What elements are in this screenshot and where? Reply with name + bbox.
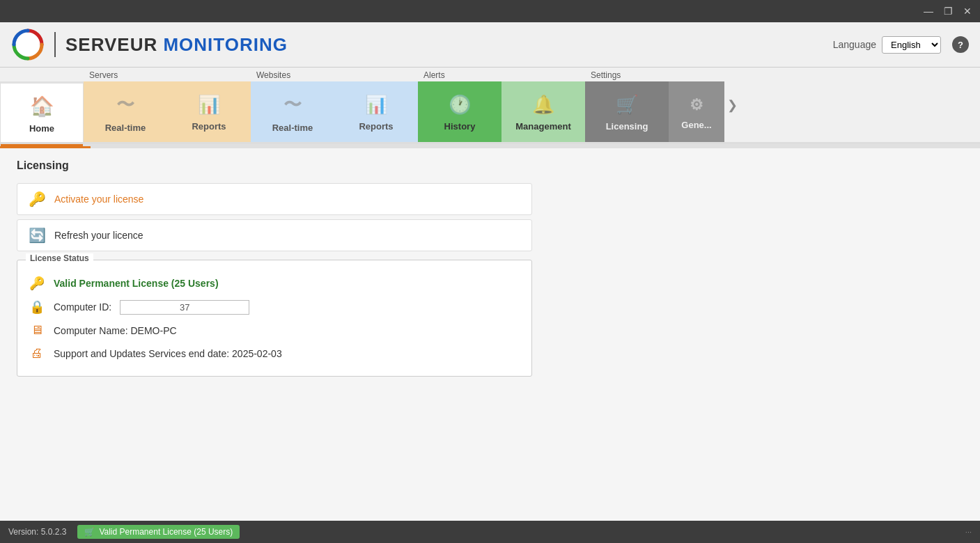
logo-area: SERVEUR MONITORING: [11, 28, 288, 61]
computer-id-row: 🔒 Computer ID:: [29, 295, 520, 319]
support-date-icon: 🖨: [29, 346, 45, 361]
content-area: Licensing 🔑 Activate your license 🔄 Refr…: [0, 148, 980, 521]
footer-license-text: Valid Permanent License (25 Users): [99, 527, 233, 537]
language-area: Language English French German Spanish ?: [833, 36, 969, 54]
logo-separator: [54, 32, 56, 57]
nav-label-websites: Websites: [251, 68, 296, 81]
section-title: Licensing: [17, 159, 963, 172]
language-select[interactable]: English French German Spanish: [882, 36, 941, 54]
settings-general-icon: ⚙: [690, 96, 703, 114]
logo-icon: [11, 28, 45, 61]
nav-tile-servers-realtime[interactable]: 〜 Real-time: [84, 81, 167, 144]
settings-licensing-icon: 🛒: [616, 94, 638, 116]
support-date-text: Support and Updates Services end date: 2…: [54, 348, 282, 359]
footer-license-badge: 🛒 Valid Permanent License (25 Users): [77, 525, 240, 539]
header: SERVEUR MONITORING Language English Fren…: [0, 22, 980, 68]
alerts-history-label: History: [444, 121, 476, 132]
footer-resize-dots: ···: [965, 528, 972, 536]
computer-name-icon: 🖥: [29, 323, 45, 338]
nav-tile-servers-reports[interactable]: 📊 Reports: [167, 81, 251, 144]
nav-tile-websites-reports[interactable]: 📊 Reports: [334, 81, 418, 144]
nav-label-home: [0, 68, 13, 81]
license-status-box: License Status 🔑 Valid Permanent License…: [17, 260, 532, 377]
nav-tile-websites-realtime[interactable]: 〜 Real-time: [251, 81, 334, 144]
computer-id-icon: 🔒: [29, 299, 45, 315]
nav-tile-settings-licensing[interactable]: 🛒 Licensing: [585, 81, 669, 144]
alerts-history-icon: 🕐: [449, 94, 471, 116]
license-box-title: License Status: [26, 253, 93, 263]
footer: Version: 5.0.2.3 🛒 Valid Permanent Licen…: [0, 521, 980, 543]
support-date-row: 🖨 Support and Updates Services end date:…: [29, 342, 520, 365]
alerts-management-icon: 🔔: [532, 94, 554, 116]
nav-label-settings: Settings: [585, 68, 626, 81]
activate-license-text: Activate your license: [54, 194, 143, 205]
computer-id-label: Computer ID:: [54, 301, 111, 313]
nav-underline: [0, 142, 980, 144]
alerts-management-label: Management: [515, 121, 570, 132]
servers-realtime-icon: 〜: [116, 93, 134, 117]
settings-licensing-label: Licensing: [606, 121, 648, 132]
settings-general-label: Gene...: [681, 120, 711, 130]
activate-license-icon: 🔑: [29, 191, 46, 207]
logo-text: SERVEUR MONITORING: [65, 34, 288, 56]
logo-monitoring: MONITORING: [157, 34, 288, 55]
websites-realtime-label: Real-time: [272, 123, 313, 133]
navigation: 🏠 Home Servers 〜 Real-time 📊 Reports Web…: [0, 68, 980, 146]
activate-license-row[interactable]: 🔑 Activate your license: [17, 183, 532, 215]
servers-realtime-label: Real-time: [105, 123, 146, 133]
logo-serveur: SERVEUR: [65, 34, 157, 55]
language-label: Language: [833, 39, 876, 50]
refresh-license-text: Refresh your licence: [54, 230, 143, 241]
servers-reports-label: Reports: [192, 121, 226, 132]
computer-name-row: 🖥 Computer Name: DEMO-PC: [29, 319, 520, 342]
home-label: Home: [29, 123, 54, 134]
computer-name-text: Computer Name: DEMO-PC: [54, 325, 177, 336]
home-icon: 🏠: [30, 95, 54, 118]
license-valid-text: Valid Permanent License (25 Users): [54, 278, 219, 289]
license-key-icon: 🔑: [29, 276, 45, 291]
nav-tile-alerts-management[interactable]: 🔔 Management: [501, 81, 585, 144]
refresh-license-icon: 🔄: [29, 227, 46, 244]
servers-reports-icon: 📊: [198, 94, 220, 116]
restore-button[interactable]: ❐: [941, 4, 955, 18]
websites-reports-icon: 📊: [365, 94, 387, 116]
footer-version: Version: 5.0.2.3: [8, 527, 66, 537]
nav-tile-home[interactable]: 🏠 Home: [0, 81, 84, 144]
footer-license-icon: 🛒: [84, 527, 95, 537]
help-button[interactable]: ?: [952, 36, 969, 53]
nav-label-alerts: Alerts: [418, 68, 451, 81]
nav-tile-settings-general[interactable]: ⚙ Gene...: [669, 81, 724, 144]
computer-id-input[interactable]: [120, 300, 249, 315]
minimize-button[interactable]: —: [921, 4, 935, 18]
refresh-license-row[interactable]: 🔄 Refresh your licence: [17, 219, 532, 251]
nav-chevron[interactable]: ❯: [724, 97, 740, 113]
title-bar: — ❐ ✕: [0, 0, 980, 22]
websites-reports-label: Reports: [359, 121, 393, 132]
nav-label-servers: Servers: [84, 68, 123, 81]
websites-realtime-icon: 〜: [283, 93, 302, 117]
close-button[interactable]: ✕: [960, 4, 974, 18]
content-inner: Licensing 🔑 Activate your license 🔄 Refr…: [0, 148, 980, 388]
nav-tile-alerts-history[interactable]: 🕐 History: [418, 81, 501, 144]
license-valid-row: 🔑 Valid Permanent License (25 Users): [29, 272, 520, 295]
